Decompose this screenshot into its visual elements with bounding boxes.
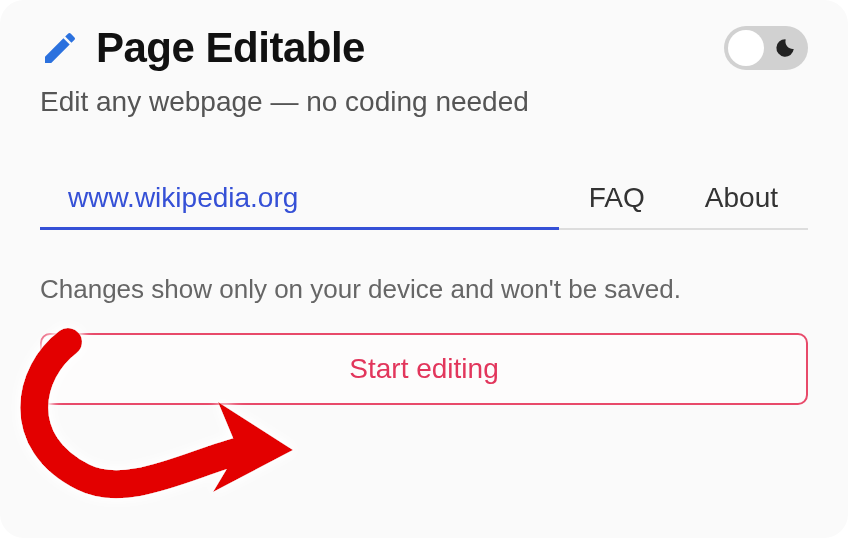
tab-faq[interactable]: FAQ xyxy=(559,170,675,228)
tab-about[interactable]: About xyxy=(675,170,808,228)
info-text: Changes show only on your device and won… xyxy=(40,274,808,305)
theme-toggle[interactable] xyxy=(724,26,808,70)
moon-icon xyxy=(774,37,796,59)
tabs: www.wikipedia.org FAQ About xyxy=(40,170,808,230)
theme-toggle-knob xyxy=(728,30,764,66)
popup-card: Page Editable Edit any webpage — no codi… xyxy=(0,0,848,538)
header: Page Editable xyxy=(40,24,808,72)
title-wrap: Page Editable xyxy=(40,24,365,72)
start-editing-button[interactable]: Start editing xyxy=(40,333,808,405)
page-title: Page Editable xyxy=(96,24,365,72)
tab-current-page[interactable]: www.wikipedia.org xyxy=(40,170,559,228)
pencil-icon xyxy=(40,28,80,68)
subtitle: Edit any webpage — no coding needed xyxy=(40,86,808,118)
